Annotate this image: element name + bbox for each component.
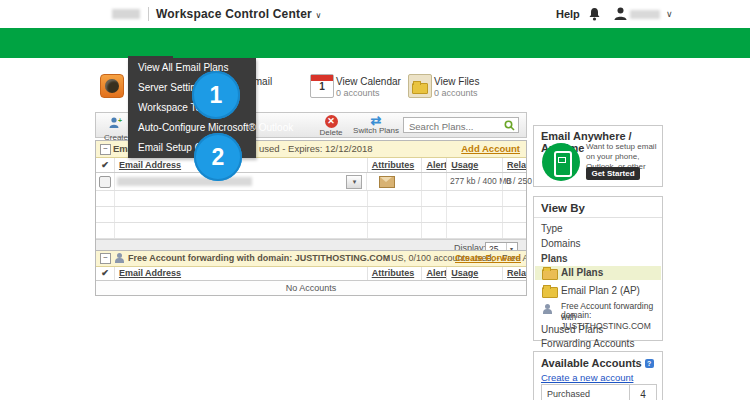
create-button[interactable]: + Create [104,115,128,142]
view-by-domains[interactable]: Domains [541,238,580,249]
plan-title-suffix: used - Expires: 12/12/2018 [259,141,373,157]
help-question-icon[interactable]: ? [645,359,654,368]
app-title: Workspace Control Center [156,7,312,21]
search-plans-box [403,117,519,133]
select-all-check[interactable]: ✔ [96,267,114,280]
divider [534,217,662,218]
col-attributes[interactable]: Attributes [367,267,422,280]
step-1-badge: 1 [192,71,240,119]
search-icon[interactable] [504,120,515,131]
mailbox-attribute-icon [379,176,395,188]
usage-value: 277 kb / 400 MB [447,173,502,190]
view-by-type[interactable]: Type [541,223,563,234]
email-plan-2-label: Email Plan 2 (AP) [561,285,640,296]
purchased-accounts-row: Purchased Accounts 4 [541,384,657,400]
forwarding-table: − Free Account forwarding with domain: J… [95,250,527,296]
collapse-icon[interactable]: − [100,144,111,155]
empty-row [96,191,526,207]
email-account-row[interactable]: ▾ 277 kb / 400 MB 0 / 250 [96,173,526,191]
view-files-label[interactable]: View Files [434,76,479,87]
create-forward-link[interactable]: Create Forward [455,251,521,266]
webmail-icon[interactable] [100,74,124,98]
all-plans-label: All Plans [561,267,603,278]
topbar-divider [148,7,149,21]
view-files-sub: 0 accounts [434,88,478,98]
workspace-control-center-screen: Workspace Control Center ∨ Help ∨ Home T… [0,0,750,400]
forwarding-title-bold: Free Account forwarding with domain: JUS… [128,251,390,266]
unused-plans-item[interactable]: Unused Plans [541,324,603,335]
select-all-check[interactable]: ✔ [96,158,114,172]
files-icon[interactable] [408,74,432,98]
top-bar: Workspace Control Center ∨ Help ∨ [0,0,750,29]
col-alerts[interactable]: Alerts [421,267,446,280]
all-plans-folder-icon [542,269,558,280]
step-2-badge: 2 [194,133,242,181]
available-accounts-title: Available Accounts ? [541,357,654,369]
view-by-plans[interactable]: Plans [541,253,568,264]
col-usage[interactable]: Usage [446,267,502,280]
forwarding-band: − Free Account forwarding with domain: J… [96,251,526,267]
col-relays[interactable]: Relays [502,267,526,280]
app-title-menu[interactable]: Workspace Control Center ∨ [156,7,322,21]
view-calendar-sub: 0 accounts [336,88,380,98]
delete-button[interactable]: ✕ Delete [318,115,344,137]
email-plan-2-item[interactable]: Email Plan 2 (AP) [535,284,661,298]
all-plans-item[interactable]: All Plans [535,266,661,280]
phone-glyph [554,151,572,177]
folder-glyph [412,83,428,94]
available-accounts-panel: Available Accounts ? Create a new accoun… [533,351,663,400]
help-link[interactable]: Help [556,8,580,20]
table2-header: ✔ Email Address Attributes Alerts Usage … [96,267,526,281]
empty-row [96,207,526,223]
free-account-item[interactable]: Free Account forwarding with domain: JUS… [535,301,661,321]
user-icon[interactable] [614,7,627,20]
purchased-accounts-count: 4 [629,385,656,400]
col-relays[interactable]: Relays [502,158,526,172]
calendar-icon-day: 1 [311,81,333,92]
view-by-panel: View By Type Domains Plans All Plans Ema… [533,196,663,341]
view-by-title: View By [541,202,585,214]
chevron-down-icon: ∨ [316,11,322,20]
search-plans-input[interactable] [407,119,506,133]
brand-logo[interactable] [112,9,140,19]
col-alerts[interactable]: Alerts [421,158,446,172]
bell-icon[interactable] [588,7,601,21]
switch-plans-label: Switch Plans [350,126,402,135]
relays-value: 0 / 250 [503,173,526,190]
free-account-person-icon [542,304,552,314]
delete-label: Delete [318,128,344,137]
col-attributes[interactable]: Attributes [367,158,422,172]
get-started-button[interactable]: Get Started [586,167,640,180]
create-person-icon: + [109,117,123,129]
email-address-redacted [117,177,252,186]
webmail-icon-inner [105,79,119,93]
menu-item-view-all-email-plans[interactable]: View All Email Plans [128,58,256,78]
email-plan-folder-icon [542,287,558,298]
empty-row [96,223,526,239]
create-new-account-link[interactable]: Create a new account [541,372,633,383]
svg-text:+: + [118,117,122,124]
menu-item-auto-configure-outlook[interactable]: Auto-Configure Microsoft® Outlook [128,118,256,138]
forward-account-icon [114,253,124,263]
view-calendar-label[interactable]: View Calendar [336,76,401,87]
no-accounts-message: No Accounts [96,281,526,295]
calendar-icon[interactable]: 1 [310,74,334,98]
row-dropdown-button[interactable]: ▾ [346,175,362,189]
switch-plans-button[interactable]: ⇄ Switch Plans [350,113,402,135]
col-email-address[interactable]: Email Address [114,267,367,280]
delete-icon: ✕ [325,115,338,128]
col-usage[interactable]: Usage [446,158,502,172]
account-chevron-down-icon[interactable]: ∨ [666,9,673,19]
add-account-link[interactable]: Add Account [461,141,520,157]
table1-header: ✔ Email Address Attributes Alerts Usage … [96,158,526,173]
forwarding-accounts-item[interactable]: Forwarding Accounts [541,338,634,349]
username-redacted [630,10,660,19]
row-checkbox[interactable] [99,176,111,188]
purchased-accounts-label: Purchased Accounts [542,385,629,400]
primary-nav: Home Tools ∨ Help ∨ [0,28,750,58]
available-accounts-title-text: Available Accounts [541,357,642,369]
phone-email-icon [542,143,580,181]
collapse-icon[interactable]: − [100,253,111,264]
email-anywhere-panel: Email Anywhere / Anytime Want to setup e… [533,125,663,187]
